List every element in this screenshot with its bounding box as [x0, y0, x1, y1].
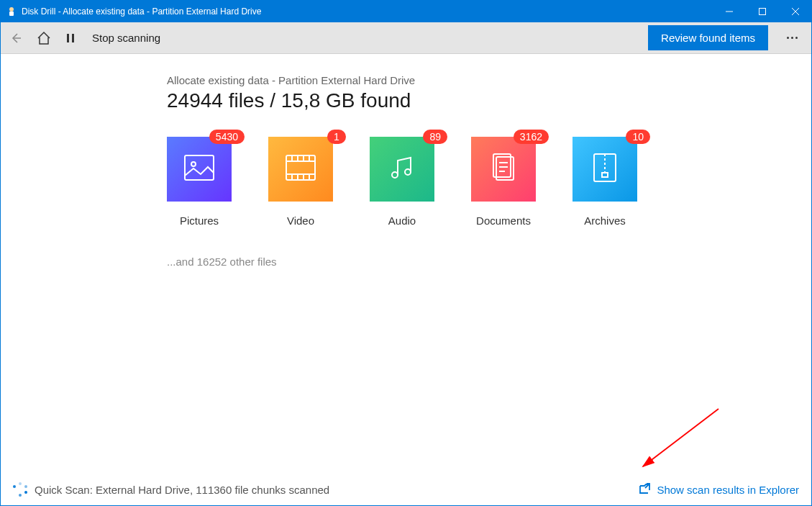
pictures-icon: [183, 154, 215, 184]
audio-icon: [388, 153, 416, 185]
show-in-explorer-label: Show scan results in Explorer: [657, 484, 799, 496]
open-external-icon: [638, 482, 651, 497]
review-found-items-button[interactable]: Review found items: [648, 25, 768, 50]
status-text: Quick Scan: External Hard Drive, 111360 …: [35, 484, 329, 496]
documents-count-badge: 3162: [514, 130, 549, 144]
pictures-count-badge: 5430: [209, 130, 245, 144]
video-count-badge: 1: [327, 130, 346, 144]
spinner-icon: [13, 482, 27, 497]
annotation-arrow: [632, 405, 726, 477]
show-in-explorer-link[interactable]: Show scan results in Explorer: [638, 482, 799, 497]
toolbar: Stop scanning Review found items: [0, 22, 812, 54]
archives-label: Archives: [584, 214, 626, 227]
titlebar: Disk Drill - Allocate existing data - Pa…: [0, 0, 812, 22]
archives-icon: [593, 153, 617, 186]
svg-point-22: [392, 172, 398, 178]
scan-headline: 24944 files / 15,8 GB found: [167, 89, 812, 112]
main-content: Allocate existing data - Partition Exter…: [0, 54, 812, 268]
archives-count-badge: 10: [626, 130, 650, 144]
maximize-button[interactable]: [746, 0, 779, 22]
pause-icon[interactable]: [65, 32, 76, 44]
app-icon: [6, 6, 17, 17]
window-title: Disk Drill - Allocate existing data - Pa…: [22, 6, 261, 17]
svg-line-32: [643, 409, 719, 466]
category-documents[interactable]: 3162 Documents: [471, 137, 536, 227]
documents-icon: [489, 153, 518, 186]
category-archives[interactable]: 10 Archives: [572, 137, 637, 227]
close-button[interactable]: [779, 0, 812, 22]
stop-scanning-button[interactable]: Stop scanning: [92, 32, 160, 44]
svg-rect-1: [9, 12, 14, 16]
other-files-text: ...and 16252 other files: [167, 256, 812, 268]
audio-count-badge: 89: [423, 130, 447, 144]
back-button[interactable]: [9, 31, 23, 45]
svg-rect-11: [286, 155, 315, 180]
category-pictures[interactable]: 5430 Pictures: [167, 137, 232, 227]
svg-rect-31: [602, 173, 608, 177]
pictures-label: Pictures: [180, 214, 219, 227]
video-icon: [285, 154, 316, 184]
statusbar: Quick Scan: External Hard Drive, 111360 …: [0, 473, 812, 506]
scan-subtitle: Allocate existing data - Partition Exter…: [167, 74, 812, 86]
category-audio[interactable]: 89 Audio: [370, 137, 434, 227]
video-label: Video: [287, 214, 314, 227]
svg-rect-7: [67, 34, 69, 42]
home-button[interactable]: [36, 30, 52, 46]
svg-rect-3: [759, 8, 766, 14]
category-row: 5430 Pictures 1 Video 89 Audio: [167, 137, 812, 227]
svg-point-0: [9, 7, 14, 12]
svg-rect-8: [72, 34, 74, 42]
category-video[interactable]: 1 Video: [268, 137, 333, 227]
svg-point-10: [191, 162, 196, 166]
audio-label: Audio: [388, 214, 416, 227]
minimize-button[interactable]: [713, 0, 746, 22]
more-menu-button[interactable]: [781, 37, 803, 39]
svg-point-23: [405, 169, 411, 175]
documents-label: Documents: [476, 214, 531, 227]
